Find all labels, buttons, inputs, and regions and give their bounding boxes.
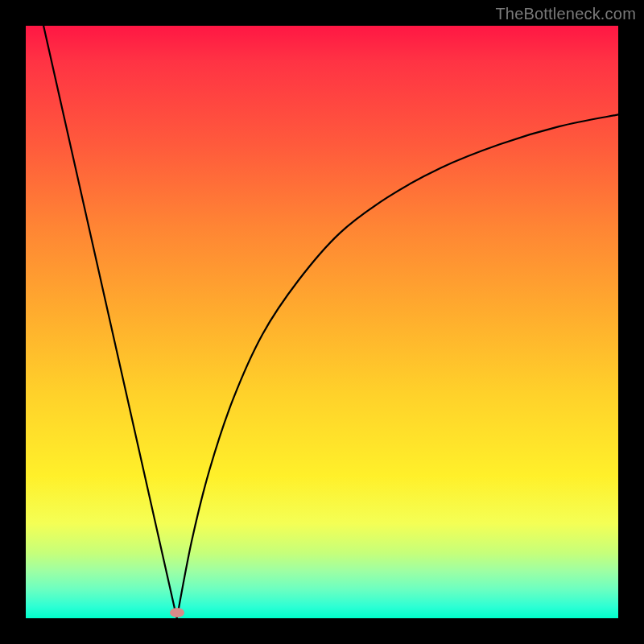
watermark-text: TheBottleneck.com: [495, 5, 636, 23]
plot-area: [26, 26, 618, 618]
chart-frame: TheBottleneck.com: [0, 0, 644, 644]
bottleneck-curve: [26, 26, 618, 618]
minimum-dot: [170, 608, 184, 617]
